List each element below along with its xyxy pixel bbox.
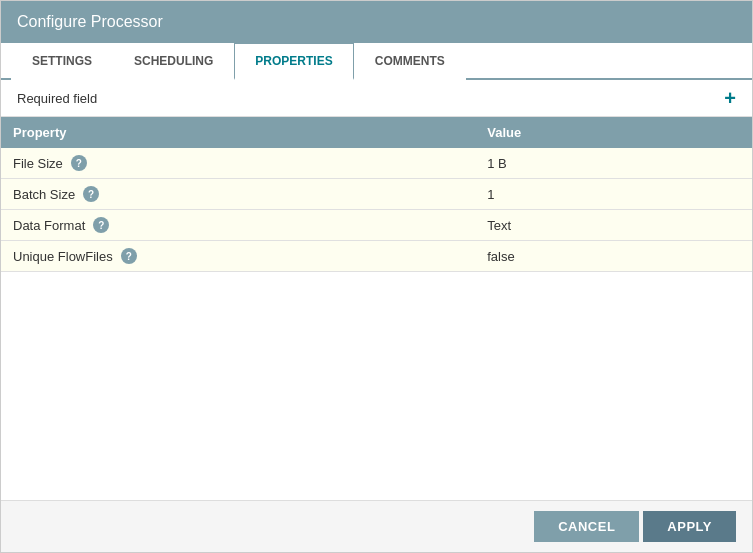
- help-icon[interactable]: ?: [121, 248, 137, 264]
- table-row: File Size?1 B: [1, 148, 752, 179]
- property-name: Unique FlowFiles: [13, 249, 113, 264]
- tabs-bar: SETTINGS SCHEDULING PROPERTIES COMMENTS: [1, 43, 752, 80]
- help-icon[interactable]: ?: [93, 217, 109, 233]
- property-actions: [572, 148, 752, 179]
- property-value: false: [475, 241, 572, 272]
- apply-button[interactable]: APPLY: [643, 511, 736, 542]
- property-value: 1 B: [475, 148, 572, 179]
- property-name: File Size: [13, 156, 63, 171]
- tab-comments[interactable]: COMMENTS: [354, 43, 466, 80]
- table-row: Batch Size?1: [1, 179, 752, 210]
- dialog-header: Configure Processor: [1, 1, 752, 43]
- property-value: 1: [475, 179, 572, 210]
- properties-table: Property Value File Size?1 BBatch Size?1…: [1, 117, 752, 272]
- dialog-footer: CANCEL APPLY: [1, 500, 752, 552]
- required-field-row: Required field +: [1, 80, 752, 117]
- required-field-label: Required field: [17, 91, 97, 106]
- property-actions: [572, 179, 752, 210]
- property-actions: [572, 210, 752, 241]
- property-name: Batch Size: [13, 187, 75, 202]
- table-row: Unique FlowFiles?false: [1, 241, 752, 272]
- help-icon[interactable]: ?: [71, 155, 87, 171]
- tab-settings[interactable]: SETTINGS: [11, 43, 113, 80]
- column-header-actions: [572, 117, 752, 148]
- column-header-value: Value: [475, 117, 572, 148]
- configure-processor-dialog: Configure Processor SETTINGS SCHEDULING …: [0, 0, 753, 553]
- property-name: Data Format: [13, 218, 85, 233]
- dialog-title: Configure Processor: [17, 13, 163, 30]
- table-header-row: Property Value: [1, 117, 752, 148]
- property-value: Text: [475, 210, 572, 241]
- cancel-button[interactable]: CANCEL: [534, 511, 639, 542]
- content-area: Required field + Property Value File Siz…: [1, 80, 752, 500]
- tab-properties[interactable]: PROPERTIES: [234, 43, 353, 80]
- add-property-button[interactable]: +: [724, 88, 736, 108]
- column-header-property: Property: [1, 117, 475, 148]
- property-actions: [572, 241, 752, 272]
- help-icon[interactable]: ?: [83, 186, 99, 202]
- tab-scheduling[interactable]: SCHEDULING: [113, 43, 234, 80]
- table-row: Data Format?Text: [1, 210, 752, 241]
